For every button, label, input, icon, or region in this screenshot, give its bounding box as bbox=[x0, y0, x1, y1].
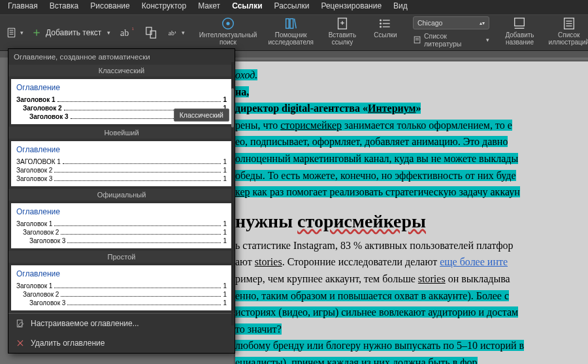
toc-scrollbar[interactable] bbox=[231, 62, 234, 325]
pencil-page-icon bbox=[15, 318, 25, 329]
list-icon bbox=[378, 16, 393, 31]
citation-icon bbox=[335, 16, 350, 31]
svg-rect-0 bbox=[8, 28, 15, 37]
menu-insert[interactable]: Вставка bbox=[50, 1, 79, 14]
menu-design[interactable]: Конструктор bbox=[142, 1, 186, 14]
toc-style-preview[interactable]: ОглавлениеЗаголовок 11Заголовок 21Заголо… bbox=[11, 79, 232, 124]
books-icon bbox=[284, 16, 298, 31]
update-toc-button[interactable]: ab¹ bbox=[118, 24, 135, 41]
svg-line-15 bbox=[295, 19, 297, 29]
svg-point-12 bbox=[227, 22, 229, 25]
toc-remove-button[interactable]: Удалить оглавление bbox=[8, 333, 235, 353]
hyperlink[interactable]: еще более инте bbox=[440, 256, 508, 267]
toc-style-label: Новейший bbox=[8, 127, 235, 139]
insert-caption-button[interactable]: Добавить название bbox=[504, 16, 535, 46]
menu-review[interactable]: Рецензирование bbox=[321, 1, 382, 14]
toc-style-preview[interactable]: ОглавлениеЗаголовок 11Заголовок 21Заголо… bbox=[11, 265, 232, 310]
insert-citation-button[interactable]: Вставить ссылку bbox=[327, 16, 358, 46]
toc-dropdown-button[interactable]: ▾ bbox=[7, 24, 24, 41]
toc-style-label: Простой bbox=[8, 251, 235, 263]
svg-point-23 bbox=[380, 23, 382, 24]
tooltip: Классический bbox=[174, 108, 229, 122]
bibliography-list-button[interactable]: Список литературы▾ bbox=[413, 32, 490, 48]
heading-2: нужны сторисмейкеры bbox=[235, 211, 588, 232]
endnote-button[interactable]: ab¹▾ bbox=[168, 24, 185, 41]
bibliography-icon bbox=[413, 35, 421, 44]
svg-text:¹: ¹ bbox=[132, 27, 134, 33]
menubar: Главная Вставка Рисование Конструктор Ма… bbox=[0, 0, 588, 14]
toc-panel-title: Оглавление, созданное автоматически bbox=[8, 49, 235, 65]
text: на, bbox=[235, 86, 249, 97]
svg-rect-28 bbox=[515, 18, 525, 26]
svg-rect-14 bbox=[290, 19, 293, 29]
figures-icon bbox=[562, 16, 576, 31]
svg-text:ab¹: ab¹ bbox=[169, 29, 176, 37]
svg-text:ab: ab bbox=[120, 28, 129, 38]
toc-style-preview[interactable]: ОглавлениеЗАГОЛОВОК 11Заголовок 21Заголо… bbox=[11, 141, 232, 186]
toc-gallery-panel: Оглавление, созданное автоматически Клас… bbox=[8, 48, 235, 354]
svg-point-22 bbox=[380, 20, 382, 21]
menu-layout[interactable]: Макет bbox=[198, 1, 220, 14]
menu-draw[interactable]: Рисование bbox=[90, 1, 129, 14]
menu-mailings[interactable]: Рассылки bbox=[274, 1, 310, 14]
menu-home[interactable]: Главная bbox=[8, 1, 38, 14]
caption-icon bbox=[512, 16, 527, 31]
lightbulb-icon bbox=[221, 16, 235, 31]
bibliography-style-select[interactable]: Chicago ▴▾ bbox=[413, 16, 490, 29]
menu-view[interactable]: Вид bbox=[393, 1, 408, 14]
toc-style-preview[interactable]: ОглавлениеЗаголовок 11Заголовок 21Заголо… bbox=[11, 203, 232, 248]
smart-lookup-button[interactable]: Интеллектуальный поиск bbox=[201, 16, 255, 46]
toc-style-label: Классический bbox=[8, 65, 235, 76]
ribbon: ▾ Добавить текст ▾ ab¹ ab¹▾ Интеллектуал… bbox=[0, 14, 588, 51]
svg-point-24 bbox=[380, 26, 382, 27]
table-of-figures-button[interactable]: Список иллюстраций bbox=[549, 16, 588, 46]
add-text-label: Добавить текст bbox=[46, 28, 101, 37]
citations-button[interactable]: Ссылки bbox=[372, 16, 399, 39]
delete-icon bbox=[15, 338, 25, 348]
svg-rect-13 bbox=[286, 19, 289, 29]
text: оход. bbox=[235, 69, 257, 80]
researcher-button[interactable]: Помощник исследователя bbox=[270, 16, 312, 46]
document-page[interactable]: оход. на, директор digital-агентства «Ин… bbox=[235, 61, 588, 364]
footnote-button[interactable] bbox=[143, 24, 160, 41]
menu-references[interactable]: Ссылки bbox=[232, 1, 262, 14]
toc-style-label: Официальный bbox=[8, 189, 235, 201]
add-text-button[interactable]: Добавить текст ▾ bbox=[31, 27, 110, 38]
toc-custom-button[interactable]: Настраиваемое оглавление... bbox=[8, 314, 235, 333]
